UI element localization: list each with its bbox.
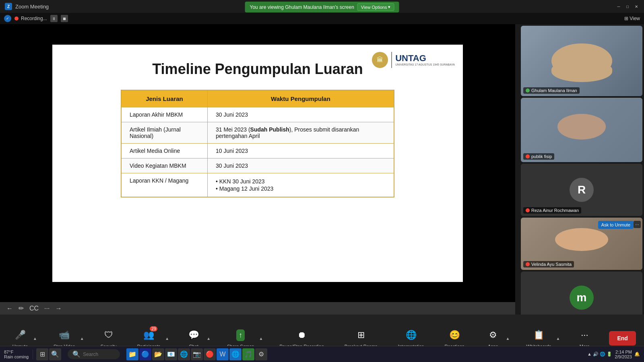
logo-subtitle: UNIVERSITAS 17 AGUSTUS 1945 SURABAYA [395, 63, 455, 66]
slide-forward-button[interactable]: → [54, 304, 63, 313]
table-cell: Laporan KKN / Magang [121, 173, 207, 197]
taskbar-app-2[interactable]: 🔵 [139, 348, 151, 360]
windows-start-button[interactable]: ⊞ [36, 348, 48, 360]
search-icon: 🔍 [72, 350, 80, 358]
pause-recording-button[interactable]: ⏸ [50, 15, 58, 22]
participant-name-velinda: Velinda Ayu Sasmita [523, 261, 574, 267]
chat-icon: 💬 [186, 328, 201, 342]
table-cell: 30 Juni 2023 [207, 107, 394, 122]
slide-more-button[interactable]: ··· [43, 304, 51, 313]
main-content-area: 🏛 UNTAG UNIVERSITAS 17 AGUSTUS 1945 SURA… [0, 24, 515, 315]
view-options-button[interactable]: View Options ▾ [357, 3, 394, 11]
slide-cc-button[interactable]: CC [28, 304, 40, 313]
chat-caret[interactable]: ▲ [206, 336, 211, 341]
screen-share-message: You are viewing Ghulam Maulana Ilman's s… [250, 4, 354, 10]
recording-dot [14, 16, 19, 21]
recording-text: Recording... [21, 16, 47, 21]
stop-recording-button[interactable]: ⏹ [61, 15, 68, 22]
notification-icon[interactable]: 🔔 [634, 352, 640, 357]
slide-table: Jenis Luaran Waktu Pengumpulan Laporan A… [121, 90, 394, 197]
ask-unmute-button-velinda[interactable]: Ask to Unmute [598, 221, 634, 229]
taskbar-app-9[interactable]: 🌐 [229, 348, 242, 360]
participant-video-mumtah: m [521, 272, 642, 315]
system-tray: ▲ 🔊 🌐 🔋 2:14 PM 2/9/2023 🔔 [583, 350, 644, 359]
apps-caret[interactable]: ▲ [506, 336, 510, 341]
video-caret[interactable]: ▲ [80, 336, 84, 341]
taskbar-icons: ⊞ 🔍 [33, 348, 64, 360]
window-title: Zoom Meeting [15, 4, 49, 10]
taskbar-app-5[interactable]: 🌐 [178, 348, 190, 360]
camera-icon: 📹 [57, 328, 72, 342]
participant-name-ghulam: Ghulam Maulana Ilman [523, 87, 580, 94]
search-input[interactable] [83, 352, 115, 357]
breakout-icon: ⊞ [354, 328, 368, 342]
taskbar-app-7[interactable]: 🔴 [204, 348, 216, 360]
taskbar-app-10[interactable]: 🎵 [242, 348, 254, 360]
taskbar-app-3[interactable]: 📂 [152, 348, 164, 360]
whiteboards-icon: 📋 [531, 328, 546, 342]
participant-card-velinda: Ask to Unmute ··· Velinda Ayu Sasmita [521, 218, 642, 270]
presentation-slide: 🏛 UNTAG UNIVERSITAS 17 AGUSTUS 1945 SURA… [52, 45, 463, 282]
table-cell: Artikel Ilmiah (Jurnal Nasional) [121, 122, 207, 143]
mic-muted-icon [526, 262, 530, 266]
logo-name: UNTAG [395, 53, 455, 63]
end-meeting-button[interactable]: End [609, 331, 636, 346]
participant-name-publik: publik fisip [523, 153, 554, 160]
unmute-caret[interactable]: ▲ [33, 336, 37, 341]
table-cell: Artikel Media Online [121, 143, 207, 158]
whiteboards-caret[interactable]: ▲ [556, 336, 560, 341]
table-row: Artikel Media Online 10 Juni 2023 [121, 143, 394, 158]
taskbar-search[interactable]: 🔍 [68, 349, 120, 359]
zoom-icon: Z [5, 3, 12, 10]
table-row: Artikel Ilmiah (Jurnal Nasional) 31 Mei … [121, 122, 394, 143]
recording-indicator: Recording... [14, 16, 47, 21]
table-row: Laporan Akhir MBKM 30 Juni 2023 [121, 107, 394, 122]
apps-icon: ⚙ [486, 328, 500, 342]
slide-container: 🏛 UNTAG UNIVERSITAS 17 AGUSTUS 1945 SURA… [0, 24, 515, 302]
clock-time: 2:14 PM [615, 350, 632, 354]
view-button[interactable]: ⊞ View [624, 16, 640, 21]
mic-icon [526, 88, 530, 93]
participants-sidebar: Ghulam Maulana Ilman publik fisip R Reza… [519, 24, 644, 315]
mic-muted-icon [526, 208, 530, 212]
weather-desc: Rain coming [4, 354, 29, 359]
share-caret[interactable]: ▲ [259, 336, 263, 341]
table-header-col1: Jenis Luaran [121, 90, 207, 107]
logo-divider [391, 52, 392, 68]
close-button[interactable]: ✕ [634, 4, 639, 9]
reactions-icon: 😊 [447, 328, 462, 342]
taskbar-app-1[interactable]: 📁 [126, 348, 138, 360]
participant-initial-reza: R [570, 178, 594, 202]
security-icon: 🛡 [101, 328, 116, 342]
recording-bar: ✓ Recording... ⏸ ⏹ ⊞ View [0, 13, 644, 24]
taskbar-search-icon[interactable]: 🔍 [49, 348, 61, 360]
maximize-button[interactable]: □ [625, 4, 630, 9]
table-cell: 31 Mei 2023 (Sudah Publish), Proses subm… [207, 122, 394, 143]
taskbar-app-4[interactable]: 📧 [165, 348, 177, 360]
participants-badge: 29 [150, 326, 157, 331]
slide-logo: 🏛 UNTAG UNIVERSITAS 17 AGUSTUS 1945 SURA… [372, 52, 455, 68]
weather-temp: 87°F [4, 350, 29, 354]
participant-initial-mumtah: m [570, 286, 594, 310]
interpretation-icon: 🌐 [404, 328, 418, 342]
minimize-button[interactable]: ─ [616, 4, 621, 9]
table-row: Laporan KKN / Magang KKN 30 Juni 2023 Ma… [121, 173, 394, 197]
logo-text-block: UNTAG UNIVERSITAS 17 AGUSTUS 1945 SURABA… [395, 53, 455, 66]
app-taskbar-icons: 📁 🔵 📂 📧 🌐 📷 🔴 W 🌐 🎵 ⚙ [123, 348, 270, 360]
participant-name-reza: Reza Ainur Rochmawan [523, 207, 581, 214]
screen-share-notification: You are viewing Ghulam Maulana Ilman's s… [245, 2, 399, 12]
participants-icon-wrap: 👥 29 [141, 328, 156, 344]
slide-edit-button[interactable]: ✏ [17, 304, 25, 313]
taskbar-app-11[interactable]: ⚙ [255, 348, 267, 360]
taskbar-app-8[interactable]: W [217, 348, 229, 360]
slide-back-button[interactable]: ← [5, 304, 14, 313]
more-options-button-velinda[interactable]: ··· [634, 221, 641, 228]
mic-muted-icon [526, 154, 530, 158]
participant-card-reza: R Reza Ainur Rochmawan [521, 164, 642, 216]
table-cell: 30 Juni 2023 [207, 158, 394, 173]
logo-circle: 🏛 [372, 52, 388, 68]
clock-date: 2/9/2023 [615, 354, 632, 359]
table-cell: KKN 30 Juni 2023 Magang 12 Juni 2023 [207, 173, 394, 197]
participants-caret[interactable]: ▲ [165, 336, 169, 341]
taskbar-app-6[interactable]: 📷 [191, 348, 203, 360]
